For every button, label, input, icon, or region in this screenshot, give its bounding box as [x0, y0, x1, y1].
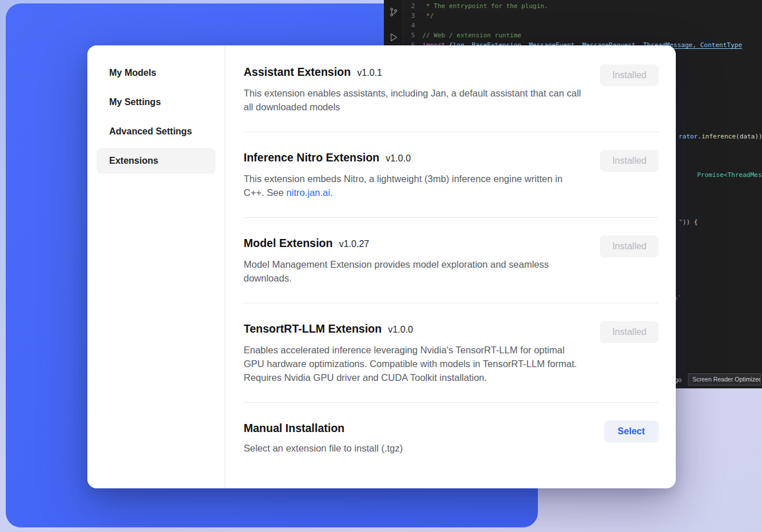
- screen-reader-optimized-badge[interactable]: Screen Reader Optimized: [688, 373, 761, 385]
- installed-button-tensorrt-llm[interactable]: Installed: [600, 321, 659, 343]
- code-line: 3 */: [404, 11, 762, 21]
- manual-installation-title: Manual Installation: [244, 421, 403, 435]
- extension-name: Inference Nitro Extension: [244, 151, 379, 164]
- extensions-panel: Assistant Extensionv1.0.1 This extension…: [225, 45, 676, 488]
- installed-button-assistant[interactable]: Installed: [600, 64, 659, 86]
- line-number: 5: [404, 30, 422, 40]
- code-fragment-promise-type: Promise<ThreadMessage>: [697, 170, 762, 180]
- extension-name: Assistant Extension: [244, 65, 351, 78]
- settings-sidebar: My Models My Settings Advanced Settings …: [87, 45, 225, 488]
- extension-name: TensortRT-LLM Extension: [244, 322, 382, 335]
- extension-name: Model Extension: [244, 237, 333, 249]
- run-debug-icon[interactable]: [388, 32, 399, 43]
- line-number: 2: [404, 1, 422, 11]
- source-control-icon[interactable]: [388, 7, 399, 17]
- extension-row-tensorrt-llm: TensortRT-LLM Extensionv1.0.0 Enables ac…: [244, 303, 659, 402]
- manual-installation-row: Manual Installation Select an extension …: [244, 403, 659, 473]
- code-line: 5 // Web / extension runtime: [404, 30, 762, 40]
- installed-button-inference-nitro[interactable]: Installed: [600, 150, 659, 172]
- extension-version: v1.0.0: [386, 153, 411, 163]
- extension-version: v1.0.27: [339, 239, 369, 249]
- extension-title: Model Extensionv1.0.27: [244, 236, 583, 252]
- settings-modal: My Models My Settings Advanced Settings …: [87, 45, 676, 488]
- select-file-button[interactable]: Select: [604, 421, 659, 442]
- extension-description: This extension embeds Nitro, a lightweig…: [244, 172, 583, 199]
- extension-title: Assistant Extensionv1.0.1: [244, 64, 583, 80]
- sidebar-item-my-settings[interactable]: My Settings: [97, 90, 215, 115]
- extension-version: v1.0.0: [388, 325, 413, 334]
- code-punct: )) {: [683, 218, 698, 226]
- nitro-jan-ai-link[interactable]: nitro.jan.ai.: [286, 187, 333, 198]
- extension-info: Inference Nitro Extensionv1.0.0 This ext…: [244, 150, 583, 199]
- code-comment: * The entrypoint for the plugin.: [422, 1, 548, 11]
- extension-title: Inference Nitro Extensionv1.0.0: [244, 150, 583, 166]
- code-method: inference: [702, 133, 736, 140]
- code-comment: */: [422, 11, 434, 21]
- code-args: (data));: [736, 133, 762, 140]
- code-pane: 2 * The entrypoint for the plugin. 3 */ …: [404, 1, 762, 50]
- desktop: 2 * The entrypoint for the plugin. 3 */ …: [0, 0, 762, 532]
- manual-installation-description: Select an extension file to install (.tg…: [244, 441, 403, 455]
- line-number: 4: [404, 21, 422, 30]
- extension-info: TensortRT-LLM Extensionv1.0.0 Enables ac…: [244, 321, 583, 384]
- extension-title: TensortRT-LLM Extensionv1.0.0: [244, 321, 583, 337]
- sidebar-item-advanced-settings[interactable]: Advanced Settings: [97, 119, 215, 144]
- code-object: rator.: [679, 133, 702, 140]
- code-string: ": [679, 218, 683, 226]
- code-line: 2 * The entrypoint for the plugin.: [404, 1, 762, 11]
- code-fragment-inference-call: rator.inference(data));: [679, 132, 762, 141]
- extension-description: Model Management Extension provides mode…: [244, 257, 583, 285]
- sidebar-item-extensions[interactable]: Extensions: [97, 148, 215, 174]
- extension-description: Enables accelerated inference leveraging…: [244, 343, 583, 384]
- code-fragment-paren: ")) {: [679, 217, 698, 227]
- extension-info: Manual Installation Select an extension …: [244, 421, 403, 455]
- code-line: 4: [404, 21, 762, 30]
- extension-row-assistant: Assistant Extensionv1.0.1 This extension…: [244, 45, 659, 132]
- extension-row-model: Model Extensionv1.0.27 Model Management …: [244, 218, 659, 303]
- installed-button-model[interactable]: Installed: [600, 236, 659, 257]
- extension-info: Model Extensionv1.0.27 Model Management …: [244, 236, 583, 285]
- sidebar-item-my-models[interactable]: My Models: [97, 60, 215, 86]
- extension-row-inference-nitro: Inference Nitro Extensionv1.0.0 This ext…: [244, 132, 659, 217]
- extension-description: This extension enables assistants, inclu…: [244, 86, 583, 114]
- code-comment: // Web / extension runtime: [422, 30, 521, 40]
- extension-version: v1.0.1: [357, 68, 382, 78]
- line-number: 3: [404, 11, 422, 21]
- extension-info: Assistant Extensionv1.0.1 This extension…: [244, 64, 583, 114]
